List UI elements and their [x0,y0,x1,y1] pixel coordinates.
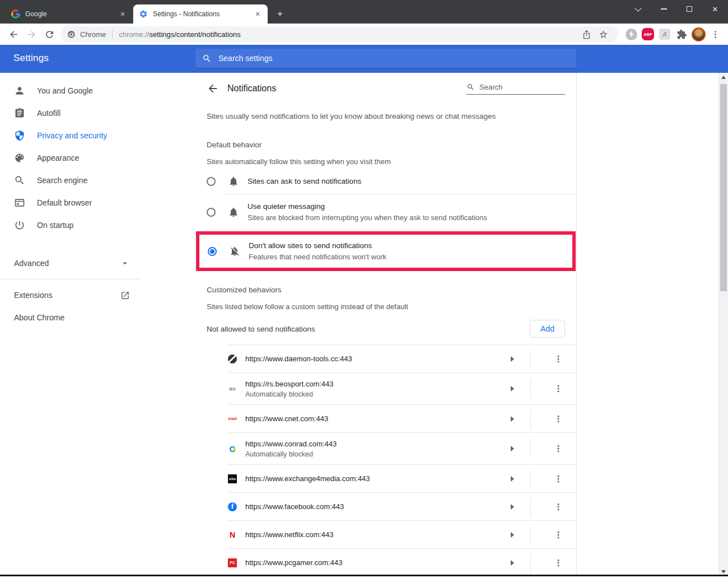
option-quieter-messaging[interactable]: Use quieter messaging Sites are blocked … [195,194,576,230]
extensions-label: Extensions [14,291,52,300]
notifications-intro: Sites usually send notifications to let … [195,104,576,120]
site-url: https://www.pcgamer.com:443 [245,557,342,568]
radio-unselected[interactable] [207,177,216,186]
sidebar-item-extensions[interactable]: Extensions [0,284,140,306]
site-menu-icon[interactable] [552,556,565,570]
chevron-right-icon[interactable] [511,356,514,362]
chevron-right-icon[interactable] [511,504,514,510]
sidebar-item-label: You and Google [37,86,93,95]
sidebar-item-about-chrome[interactable]: About Chrome [0,306,140,329]
extensions-area: ABP A [623,26,724,43]
add-button[interactable]: Add [530,320,565,338]
chevron-right-icon[interactable] [511,476,514,482]
window-controls: ✕ [625,0,728,18]
settings-header: Settings [0,45,728,73]
option-dont-allow[interactable]: Don't allow sites to send notifications … [199,235,572,268]
site-row-cnet[interactable]: cnet https://www.cnet.com:443 [195,405,576,432]
tab-settings-notifications[interactable]: Settings - Notifications ✕ [133,4,268,24]
site-url: https://rs.beosport.com:443 [245,379,334,389]
site-menu-icon[interactable] [552,528,565,542]
reload-icon[interactable] [40,25,58,43]
sidebar-item-search-engine[interactable]: Search engine [0,169,195,192]
share-icon[interactable] [578,26,595,42]
option-label: Use quieter messaging [248,201,487,212]
page-search-input[interactable] [479,83,565,91]
maximize-button[interactable] [676,0,702,18]
site-menu-icon[interactable] [552,442,565,455]
lightning-extension-icon[interactable] [623,26,640,43]
site-url: https://www.facebook.com:443 [245,501,344,512]
pcgamer-favicon: PC [228,558,237,567]
option-label: Don't allow sites to send notifications [249,240,386,251]
scrollbar-up-arrow-icon[interactable] [721,76,726,79]
option-sites-can-ask[interactable]: Sites can ask to send notifications [195,169,576,194]
site-menu-icon[interactable] [552,382,565,395]
browser-toolbar: Chrome chrome:// settings/content/notifi… [0,24,728,45]
scrollbar[interactable] [718,73,728,576]
chevron-right-icon[interactable] [511,560,514,566]
sidebar-advanced-toggle[interactable]: Advanced [0,252,140,274]
forward-icon[interactable] [22,25,40,43]
sidebar-item-on-startup[interactable]: On startup [0,214,195,236]
notifications-card: Notifications Sites usually send notific… [195,73,577,576]
settings-search-bar[interactable] [195,49,576,69]
minimize-button[interactable] [651,0,676,18]
settings-gear-icon [139,10,148,18]
back-arrow-icon[interactable] [207,82,219,95]
browser-icon [14,197,25,208]
tab-google[interactable]: Google ✕ [6,4,133,24]
netflix-favicon: N [228,530,237,539]
chevron-right-icon[interactable] [511,532,514,538]
radio-selected[interactable] [208,247,217,256]
chrome-logo-icon [67,30,76,39]
chevron-right-icon[interactable] [511,446,514,451]
shield-icon [14,130,25,141]
sidebar-item-autofill[interactable]: Autofill [0,102,195,124]
radio-unselected[interactable] [207,208,216,217]
site-row-netflix[interactable]: N https://www.netflix.com:443 [195,521,576,548]
site-row-pcgamer[interactable]: PC https://www.pcgamer.com:443 [195,549,576,576]
option-label: Sites can ask to send notifications [248,177,361,185]
browser-menu-icon[interactable] [707,26,724,43]
site-row-exchange4media[interactable]: e4m https://www.exchange4media.com:443 [195,465,576,492]
customized-behaviors-heading: Customized behaviors [195,271,576,294]
chevron-right-icon[interactable] [511,416,514,422]
close-button[interactable]: ✕ [702,0,728,18]
site-row-beosport[interactable]: BS https://rs.beosport.com:443 Automatic… [195,373,576,404]
profile-avatar[interactable] [690,26,707,43]
search-icon [14,175,25,186]
default-behavior-heading: Default behavior [195,120,576,149]
daemon-tools-favicon [228,355,237,363]
tab-search-chevron-icon[interactable] [625,0,651,18]
site-menu-icon[interactable] [552,412,565,426]
sidebar-item-privacy-and-security[interactable]: Privacy and security [0,124,195,147]
back-icon[interactable] [4,25,22,43]
adblock-plus-extension-icon[interactable]: ABP [640,26,656,43]
site-menu-icon[interactable] [552,472,565,486]
extensions-puzzle-icon[interactable] [673,26,690,43]
new-tab-button[interactable]: + [272,6,288,22]
search-icon [466,83,475,91]
tab-close-icon[interactable]: ✕ [253,10,262,18]
settings-search-input[interactable] [218,54,570,63]
scrollbar-thumb[interactable] [720,84,727,291]
site-menu-icon[interactable] [552,352,565,366]
address-bar[interactable]: Chrome chrome:// settings/content/notifi… [60,26,618,42]
chevron-right-icon[interactable] [511,386,514,391]
advanced-label: Advanced [14,259,49,268]
scrollbar-down-arrow-icon[interactable] [721,570,726,574]
about-chrome-label: About Chrome [14,313,64,322]
bookmark-star-icon[interactable] [595,26,612,42]
site-row-conrad[interactable]: C https://www.conrad.com:443 Automatical… [195,433,576,464]
site-menu-icon[interactable] [552,500,565,514]
sidebar-item-appearance[interactable]: Appearance [0,147,195,169]
tab-close-icon[interactable]: ✕ [118,10,127,18]
autofill-icon [14,108,25,119]
sidebar-item-you-and-google[interactable]: You and Google [0,80,195,102]
sidebar-item-default-browser[interactable]: Default browser [0,192,195,214]
site-row-facebook[interactable]: f https://www.facebook.com:443 [195,493,576,520]
acrobat-extension-icon[interactable]: A [656,26,673,43]
page-search-field[interactable] [466,83,565,95]
option-sublabel: Sites are blocked from interrupting you … [248,212,487,223]
site-row-daemon-tools[interactable]: https://www.daemon-tools.cc:443 [195,345,576,372]
